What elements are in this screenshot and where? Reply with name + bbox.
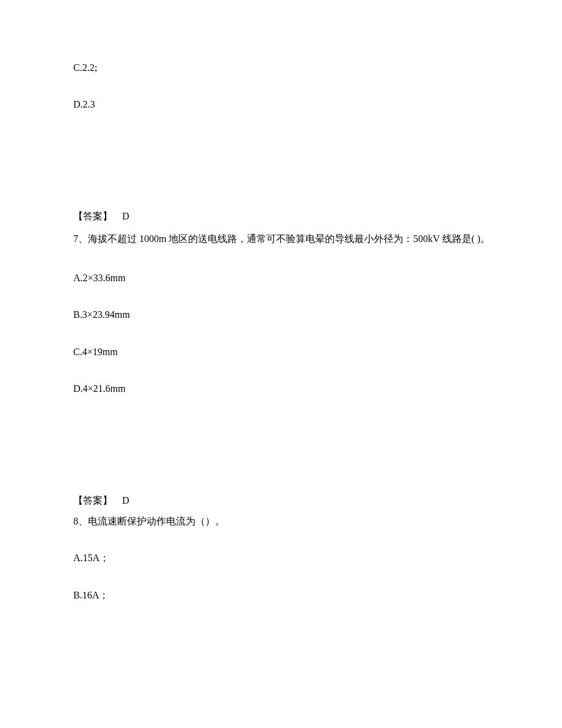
q7-option-c: C.4×19mm — [73, 345, 492, 359]
q7-stem: 7、海拔不超过 1000m 地区的送电线路，通常可不验算电晕的导线最小外径为：5… — [73, 230, 492, 248]
page-content: C.2.2; D.2.3 【答案】 D 7、海拔不超过 1000m 地区的送电线… — [0, 0, 562, 602]
q8-option-a: A.15A； — [73, 551, 492, 565]
q7-option-a: A.2×33.6mm — [73, 271, 492, 285]
answer-letter: D — [122, 495, 130, 506]
answer-letter: D — [122, 211, 130, 221]
q8-option-b: B.16A； — [73, 589, 492, 602]
q7-answer: 【答案】 D — [73, 494, 492, 507]
answer-label: 【答案】 — [73, 211, 112, 221]
q7-option-d: D.4×21.6mm — [73, 382, 492, 395]
q6-option-d: D.2.3 — [73, 98, 492, 111]
q7-option-b: B.3×23.94mm — [73, 308, 492, 322]
answer-label: 【答案】 — [73, 495, 112, 506]
q8-stem: 8、电流速断保护动作电流为（）。 — [73, 515, 492, 528]
q6-answer: 【答案】 D — [73, 210, 492, 223]
q6-option-c: C.2.2; — [73, 61, 492, 75]
